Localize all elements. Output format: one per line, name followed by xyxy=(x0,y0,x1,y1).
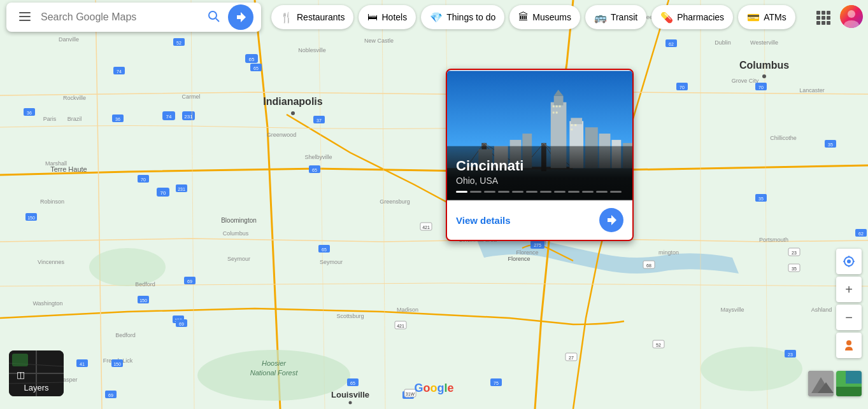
zoom-out-button[interactable]: − xyxy=(836,305,862,330)
street-view-button[interactable] xyxy=(836,333,862,358)
svg-rect-139 xyxy=(19,12,31,13)
svg-rect-183 xyxy=(553,112,555,114)
view-details-button[interactable]: View details xyxy=(456,215,511,226)
dot-2 xyxy=(470,191,481,193)
svg-text:70: 70 xyxy=(160,190,166,196)
svg-text:Bedford: Bedford xyxy=(115,332,136,338)
svg-rect-151 xyxy=(822,21,825,25)
svg-text:150: 150 xyxy=(113,362,121,366)
svg-rect-171 xyxy=(571,118,582,124)
svg-text:Greensburg: Greensburg xyxy=(380,198,410,205)
svg-text:Washington: Washington xyxy=(32,300,62,307)
svg-text:Seymour: Seymour xyxy=(227,256,250,262)
popup-city-subtitle: Ohio, USA xyxy=(456,176,623,186)
svg-point-17 xyxy=(349,401,352,405)
directions-button[interactable] xyxy=(228,4,253,30)
svg-text:150: 150 xyxy=(139,298,147,303)
svg-text:Scottsburg: Scottsburg xyxy=(336,313,364,319)
svg-text:Seymour: Seymour xyxy=(320,259,343,265)
svg-rect-144 xyxy=(816,11,820,15)
pill-atms[interactable]: 💳 ATMs xyxy=(738,5,795,29)
svg-text:52: 52 xyxy=(656,343,661,347)
svg-rect-147 xyxy=(816,16,820,20)
dot-8 xyxy=(554,191,566,193)
popup-image-dots xyxy=(456,191,623,193)
dot-6 xyxy=(526,191,537,193)
hamburger-button[interactable] xyxy=(14,10,36,25)
pill-transit[interactable]: 🚌 Transit xyxy=(585,5,646,29)
svg-text:75: 75 xyxy=(494,381,499,385)
svg-text:Dublin: Dublin xyxy=(715,39,731,46)
svg-rect-186 xyxy=(574,124,576,126)
pill-hotels[interactable]: 🛏 Hotels xyxy=(359,5,416,29)
svg-text:Columbus: Columbus xyxy=(739,60,789,71)
location-button[interactable] xyxy=(836,249,862,274)
svg-text:Marshall: Marshall xyxy=(45,160,67,167)
svg-text:Chillicothe: Chillicothe xyxy=(770,135,797,141)
svg-rect-145 xyxy=(822,11,825,15)
svg-point-13 xyxy=(291,111,295,115)
svg-text:Robinson: Robinson xyxy=(40,198,64,205)
svg-text:37: 37 xyxy=(317,118,322,123)
map-background[interactable]: 65 74 70 231 Indianapolis Columbus Louis… xyxy=(0,0,868,409)
svg-text:Vincennes: Vincennes xyxy=(38,259,64,265)
svg-text:23: 23 xyxy=(788,352,793,357)
svg-text:Danville: Danville xyxy=(59,36,79,43)
svg-text:35: 35 xyxy=(792,267,797,271)
svg-rect-182 xyxy=(559,106,561,107)
svg-text:23: 23 xyxy=(792,251,797,255)
search-input[interactable] xyxy=(41,11,205,23)
svg-text:68: 68 xyxy=(646,263,651,268)
user-avatar[interactable] xyxy=(840,5,863,28)
pill-pharmacies[interactable]: 💊 Pharmacies xyxy=(651,5,733,29)
svg-text:70: 70 xyxy=(758,85,764,90)
svg-text:Noblesville: Noblesville xyxy=(298,47,326,53)
svg-point-201 xyxy=(846,340,851,345)
svg-text:Florence: Florence xyxy=(516,249,538,256)
dot-9 xyxy=(568,191,580,193)
restaurants-icon: 🍴 xyxy=(280,11,293,24)
svg-rect-187 xyxy=(571,128,573,130)
pill-museums[interactable]: 🏛 Museums xyxy=(509,5,580,29)
terrain-icon[interactable] xyxy=(808,371,834,396)
svg-text:Shelbyville: Shelbyville xyxy=(304,154,332,160)
pill-restaurants[interactable]: 🍴 Restaurants xyxy=(271,5,353,29)
svg-rect-146 xyxy=(827,11,830,15)
popup-directions-button[interactable] xyxy=(599,208,623,232)
svg-rect-207 xyxy=(846,371,862,384)
atms-icon: 💳 xyxy=(747,11,760,24)
svg-text:69: 69 xyxy=(179,322,184,326)
satellite-icon[interactable] xyxy=(836,371,862,396)
dot-12 xyxy=(610,191,622,193)
pill-things-to-do[interactable]: 💎 Things to do xyxy=(421,5,504,29)
right-controls: + − xyxy=(836,249,862,358)
svg-line-143 xyxy=(216,18,219,22)
svg-text:65: 65 xyxy=(350,381,355,385)
zoom-in-button[interactable]: + xyxy=(836,277,862,302)
svg-rect-152 xyxy=(827,21,830,25)
svg-text:231: 231 xyxy=(178,187,185,191)
hotels-icon: 🛏 xyxy=(367,11,378,23)
dot-4 xyxy=(498,191,509,193)
svg-rect-185 xyxy=(571,124,573,126)
svg-text:74: 74 xyxy=(117,69,122,74)
layers-button[interactable]: ◫ Layers xyxy=(9,350,64,396)
svg-rect-168 xyxy=(554,96,564,106)
svg-text:Maysville: Maysville xyxy=(720,307,744,313)
svg-text:36: 36 xyxy=(115,117,120,121)
search-box[interactable] xyxy=(6,3,261,32)
svg-text:Westerville: Westerville xyxy=(750,39,778,46)
svg-rect-148 xyxy=(822,16,825,20)
svg-point-10 xyxy=(89,248,166,286)
svg-text:Greenwood: Greenwood xyxy=(267,132,297,138)
svg-text:65: 65 xyxy=(253,66,259,71)
apps-grid-button[interactable] xyxy=(812,6,835,29)
pharmacies-icon: 💊 xyxy=(660,11,673,24)
svg-text:421: 421 xyxy=(397,324,404,328)
svg-text:Madison: Madison xyxy=(397,307,418,313)
svg-point-142 xyxy=(209,11,217,19)
svg-text:70: 70 xyxy=(679,85,685,90)
search-button[interactable] xyxy=(205,8,223,27)
avatar-image xyxy=(840,5,863,28)
svg-text:70: 70 xyxy=(141,177,146,182)
